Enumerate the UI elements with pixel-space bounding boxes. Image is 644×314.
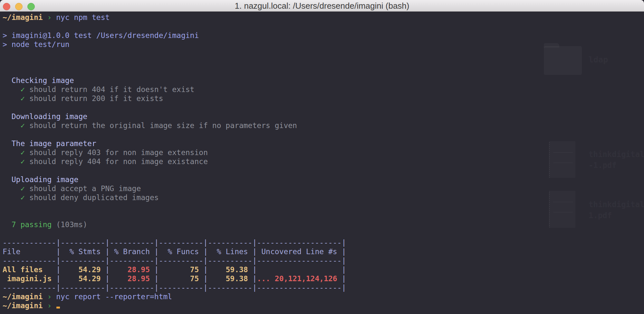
terminal-text-segment xyxy=(3,94,20,103)
terminal-line-32: ~/imagini › nyc report --reporter=html xyxy=(3,292,644,301)
table-border: ------------|----------|----------|-----… xyxy=(3,283,346,292)
terminal-text-segment xyxy=(52,301,56,310)
zoom-button[interactable] xyxy=(27,3,35,10)
terminal-text-segment xyxy=(43,301,47,310)
close-button[interactable] xyxy=(3,3,10,10)
check-icon: ✓ xyxy=(20,193,25,202)
table-divider: | xyxy=(56,247,61,256)
npm-output: > imagini@1.0.0 test /Users/dresende/ima… xyxy=(3,31,199,40)
table-divider: | xyxy=(56,274,61,283)
terminal-text-segment xyxy=(43,13,47,22)
duration: (103ms) xyxy=(52,220,87,229)
suite-title: Checking image xyxy=(3,76,74,85)
coverage-value-low: 28.95 xyxy=(110,274,154,283)
table-border: ------------|----------|----------|-----… xyxy=(3,238,346,247)
terminal-text-segment xyxy=(3,85,20,94)
check-icon: ✓ xyxy=(20,94,25,103)
terminal-line-25 xyxy=(3,229,644,238)
terminal-line-21: ✓ should deny duplicated images xyxy=(3,193,644,202)
check-icon: ✓ xyxy=(20,121,25,130)
table-divider: | xyxy=(203,274,208,283)
terminal-line-6 xyxy=(3,58,644,67)
prompt-chevron-icon: › xyxy=(47,13,52,22)
terminal-line-1: ~/imagini › nyc npm test xyxy=(3,13,644,22)
test-title: should return 404 if it doesn't exist xyxy=(25,85,194,94)
coverage-value: 75 xyxy=(159,265,203,274)
prompt-path: ~/imagini xyxy=(3,301,43,310)
terminal-text-segment xyxy=(3,193,20,202)
coverage-value: 54.29 xyxy=(61,274,105,283)
terminal-output: ~/imagini › nyc npm test > imagini@1.0.0… xyxy=(3,13,644,310)
terminal-line-24: 7 passing (103ms) xyxy=(3,220,644,229)
table-divider: | xyxy=(154,265,159,274)
column-header: % Funcs xyxy=(159,247,203,256)
column-header: % Lines xyxy=(208,247,252,256)
terminal-line-30: imagini.js | 54.29 | 28.95 | 75 | 59.38 … xyxy=(3,274,644,283)
table-divider: | xyxy=(203,265,208,274)
table-divider: | xyxy=(154,247,159,256)
table-divider: | xyxy=(105,247,110,256)
terminal-line-10: ✓ should return 200 if it exists xyxy=(3,94,644,103)
title-bar[interactable]: 1. nazgul.local: /Users/dresende/imagini… xyxy=(0,0,644,12)
uncovered-lines: ... 20,121,124,126 xyxy=(257,274,341,283)
table-divider: | xyxy=(105,274,110,283)
npm-output: > node test/run xyxy=(3,40,70,49)
terminal-screen[interactable]: ldap thinkdigital_f -1.pdf thinkdigital_… xyxy=(0,12,644,314)
column-header: % Branch xyxy=(110,247,154,256)
table-divider: | xyxy=(253,265,257,274)
terminal-line-33: ~/imagini › _ xyxy=(3,301,644,310)
prompt-path: ~/imagini xyxy=(3,13,43,22)
terminal-line-19: Uploading image xyxy=(3,175,644,184)
coverage-value: 59.38 xyxy=(208,274,252,283)
coverage-value: 75 xyxy=(159,274,203,283)
passing-count: 7 passing xyxy=(12,220,52,229)
test-title: should return the original image size if… xyxy=(25,121,297,130)
check-icon: ✓ xyxy=(20,157,25,166)
terminal-line-23 xyxy=(3,211,644,220)
command-text: nyc npm test xyxy=(52,13,110,22)
table-border: ------------|----------|----------|-----… xyxy=(3,256,346,265)
minimize-button[interactable] xyxy=(15,3,23,10)
terminal-line-27: File | % Stmts | % Branch | % Funcs | % … xyxy=(3,247,644,256)
table-divider: | xyxy=(342,274,346,283)
terminal-line-9: ✓ should return 404 if it doesn't exist xyxy=(3,85,644,94)
terminal-line-15: The image parameter xyxy=(3,139,644,148)
terminal-text-segment xyxy=(3,157,20,166)
prompt-chevron-icon: › xyxy=(47,292,52,301)
terminal-line-4: > node test/run xyxy=(3,40,644,49)
terminal-text-segment xyxy=(3,121,20,130)
terminal-text-segment xyxy=(3,184,20,193)
terminal-line-29: All files | 54.29 | 28.95 | 75 | 59.38 |… xyxy=(3,265,644,274)
check-icon: ✓ xyxy=(20,85,25,94)
test-title: should return 200 if it exists xyxy=(25,94,163,103)
table-divider: | xyxy=(105,265,110,274)
terminal-text-segment xyxy=(3,148,20,157)
command-text: nyc report --reporter=html xyxy=(52,292,172,301)
column-header: File xyxy=(3,247,56,256)
terminal-line-26: ------------|----------|----------|-----… xyxy=(3,238,644,247)
test-title: should reply 403 for non image extension xyxy=(25,148,208,157)
test-title: should reply 404 for non image existance xyxy=(25,157,208,166)
coverage-file: imagini.js xyxy=(3,274,56,283)
terminal-line-18 xyxy=(3,166,644,175)
table-divider: | xyxy=(253,274,257,283)
column-header: Uncovered Line #s xyxy=(257,247,341,256)
coverage-value: 59.38 xyxy=(208,265,252,274)
terminal-line-22 xyxy=(3,202,644,211)
terminal-window: 1. nazgul.local: /Users/dresende/imagini… xyxy=(0,0,644,314)
check-icon: ✓ xyxy=(20,148,25,157)
test-title: should deny duplicated images xyxy=(25,193,159,202)
window-controls xyxy=(3,3,35,10)
suite-title: Uploading image xyxy=(3,175,78,184)
terminal-line-17: ✓ should reply 404 for non image existan… xyxy=(3,157,644,166)
terminal-line-7 xyxy=(3,67,644,76)
cursor: _ xyxy=(56,301,61,310)
terminal-line-3: > imagini@1.0.0 test /Users/dresende/ima… xyxy=(3,31,644,40)
terminal-line-14 xyxy=(3,130,644,139)
suite-title: The image parameter xyxy=(3,139,96,148)
terminal-line-28: ------------|----------|----------|-----… xyxy=(3,256,644,265)
terminal-line-12: Downloading image xyxy=(3,112,644,121)
check-icon: ✓ xyxy=(20,184,25,193)
test-title: should accept a PNG image xyxy=(25,184,141,193)
prompt-path: ~/imagini xyxy=(3,292,43,301)
